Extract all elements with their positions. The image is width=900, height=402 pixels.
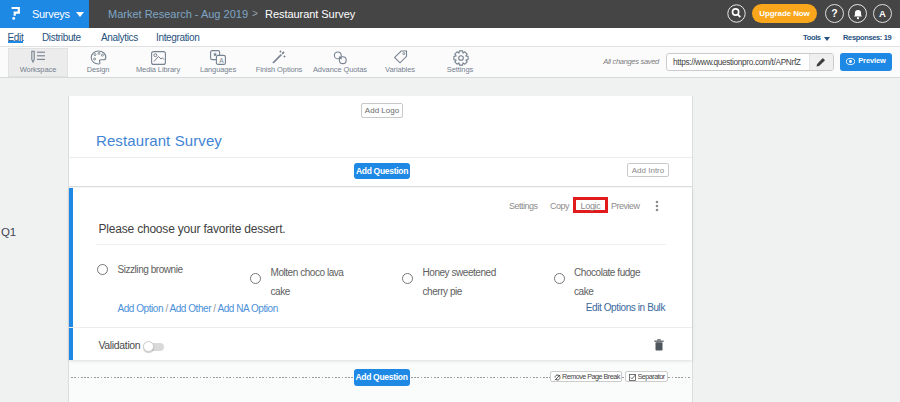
- svg-text:A: A: [219, 57, 224, 64]
